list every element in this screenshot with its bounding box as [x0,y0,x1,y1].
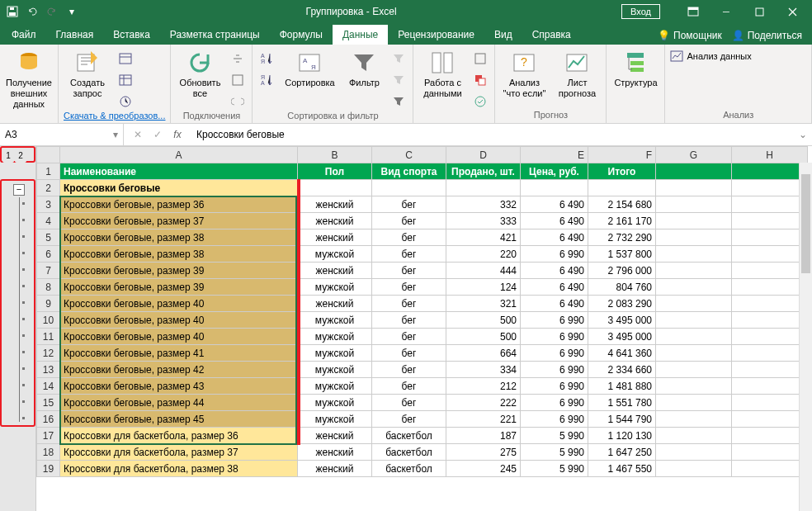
remove-duplicates-icon[interactable] [471,71,489,89]
cell[interactable] [732,395,808,411]
row-header[interactable]: 15 [37,395,60,411]
cell-sold[interactable]: 321 [446,296,521,312]
cell-sport[interactable]: бег [372,362,446,378]
qat-dropdown-icon[interactable]: ▾ [63,2,81,21]
cell[interactable] [732,428,808,444]
row-header[interactable]: 17 [37,428,60,444]
row-header[interactable]: 16 [37,411,60,428]
row-header[interactable]: 9 [37,296,60,312]
row-header[interactable]: 3 [37,196,60,213]
cell[interactable] [732,444,808,461]
cell-gender[interactable]: мужской [298,395,372,411]
cell-sold[interactable]: 664 [446,345,521,362]
cell-total[interactable]: 2 796 000 [588,263,656,279]
cell[interactable] [656,428,732,444]
row-header[interactable]: 5 [37,229,60,246]
refresh-all-button[interactable]: Обновить все [176,50,224,99]
cell-total[interactable]: 2 732 290 [588,229,656,246]
cell-sport[interactable]: бег [372,196,446,213]
flash-fill-icon[interactable] [471,50,489,68]
cell-name[interactable]: Кроссовки беговые, размер 45 [60,411,298,428]
cancel-formula-icon[interactable]: ✕ [129,129,147,140]
cell[interactable] [656,246,732,263]
undo-icon[interactable] [23,2,41,21]
tab-formulas[interactable]: Формулы [270,25,333,45]
cell[interactable] [656,378,732,395]
cell-sport[interactable]: бег [372,312,446,329]
cell[interactable] [732,378,808,395]
cell-price[interactable]: 6 490 [521,263,588,279]
cell[interactable] [732,246,808,263]
header-gender[interactable]: Пол [298,163,372,180]
outline-level-2[interactable]: 2 [15,148,26,163]
column-header-A[interactable]: A [60,147,298,163]
cell[interactable] [656,229,732,246]
cell-total[interactable]: 2 083 290 [588,296,656,312]
cell-total[interactable]: 804 760 [588,279,656,296]
connections-icon[interactable] [229,50,247,68]
cell-gender[interactable]: женский [298,444,372,461]
cell-name[interactable]: Кроссовки беговые, размер 44 [60,395,298,411]
cell-gender[interactable]: мужской [298,246,372,263]
cell-price[interactable]: 6 990 [521,246,588,263]
cell[interactable] [732,263,808,279]
row-header[interactable]: 4 [37,213,60,229]
row-header[interactable]: 19 [37,461,60,477]
cell-sport[interactable]: баскетбол [372,428,446,444]
header-sport[interactable]: Вид спорта [372,163,446,180]
tab-layout[interactable]: Разметка страницы [160,25,270,45]
tab-review[interactable]: Рецензирование [388,25,484,45]
cell-name[interactable]: Кроссовки для баскетбола, размер 36 [60,428,298,444]
cell[interactable] [372,180,446,196]
cell-sport[interactable]: бег [372,296,446,312]
row-header[interactable]: 13 [37,362,60,378]
cell-total[interactable]: 4 641 360 [588,345,656,362]
cell-total[interactable]: 1 481 880 [588,378,656,395]
cell-sold[interactable]: 332 [446,196,521,213]
cell-reference-input[interactable] [5,129,87,140]
cell-gender[interactable]: мужской [298,329,372,345]
cell-gender[interactable]: мужской [298,411,372,428]
from-table-icon[interactable] [116,71,135,89]
cell[interactable] [732,196,808,213]
cell-sport[interactable]: бег [372,378,446,395]
cell[interactable] [656,163,732,180]
formula-input[interactable] [191,129,794,140]
group-title-cell[interactable]: Кроссовки беговые [60,180,298,196]
cell-total[interactable]: 3 495 000 [588,312,656,329]
cell-name[interactable]: Кроссовки беговые, размер 36 [60,196,298,213]
cell-sport[interactable]: баскетбол [372,444,446,461]
cell[interactable] [656,345,732,362]
cell[interactable] [732,163,808,180]
share-button[interactable]: 👤Поделиться [732,30,802,41]
cell-total[interactable]: 1 647 250 [588,444,656,461]
cell-sport[interactable]: бег [372,263,446,279]
edit-links-icon[interactable] [229,92,247,111]
cell-total[interactable]: 2 161 170 [588,213,656,229]
show-queries-icon[interactable] [116,50,135,68]
maximize-icon[interactable] [743,0,776,23]
cell[interactable] [732,180,808,196]
row-header[interactable]: 18 [37,444,60,461]
cell-gender[interactable]: женский [298,229,372,246]
cell-gender[interactable]: мужской [298,312,372,329]
get-external-data-button[interactable]: Получение внешних данных [5,50,53,111]
cell[interactable] [656,362,732,378]
redo-icon[interactable] [43,2,61,21]
cell[interactable] [656,395,732,411]
cell-name[interactable]: Кроссовки для баскетбола, размер 38 [60,461,298,477]
column-header-C[interactable]: C [372,147,446,163]
header-price[interactable]: Цена, руб. [521,163,588,180]
cell[interactable] [298,180,372,196]
row-header[interactable]: 7 [37,263,60,279]
cell-gender[interactable]: мужской [298,362,372,378]
row-header[interactable]: 8 [37,279,60,296]
cell[interactable] [656,180,732,196]
cell-name[interactable]: Кроссовки беговые, размер 37 [60,213,298,229]
tab-view[interactable]: Вид [484,25,522,45]
whatif-button[interactable]: ? Анализ "что если" [500,50,548,99]
cell[interactable] [656,461,732,477]
data-validation-icon[interactable] [471,92,489,111]
cell-sold[interactable]: 187 [446,428,521,444]
cell-total[interactable]: 2 334 660 [588,362,656,378]
